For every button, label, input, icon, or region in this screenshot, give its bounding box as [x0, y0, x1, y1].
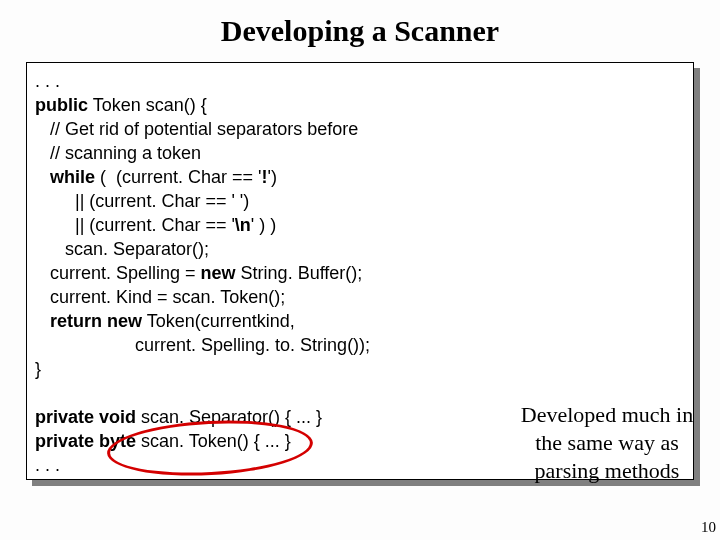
- code-line: current. Spelling. to. String());: [35, 335, 370, 355]
- code-text: || (current. Char == ': [35, 215, 235, 235]
- code-text: ' ) ): [251, 215, 276, 235]
- annotation-note: Developed much in the same way as parsin…: [507, 401, 707, 485]
- code-line: // scanning a token: [35, 143, 201, 163]
- kw-private-byte: private byte: [35, 431, 136, 451]
- code-text: ( (current. Char == ': [95, 167, 262, 187]
- code-line: . . .: [35, 71, 60, 91]
- code-text: String. Buffer();: [236, 263, 363, 283]
- code-line: // Get rid of potential separators befor…: [35, 119, 358, 139]
- code-box: . . . public Token scan() { // Get rid o…: [26, 62, 694, 480]
- code-line: . . .: [35, 455, 60, 475]
- kw-private-void: private void: [35, 407, 136, 427]
- code-text: scan. Separator() { ... }: [136, 407, 322, 427]
- lit-newline: \n: [235, 215, 251, 235]
- kw-return-new: return new: [35, 311, 142, 331]
- page-number: 10: [701, 519, 716, 536]
- code-line: }: [35, 359, 41, 379]
- code-line: || (current. Char == ' '): [35, 191, 249, 211]
- kw-new: new: [201, 263, 236, 283]
- code-text: Token scan() {: [88, 95, 207, 115]
- code-box-panel: . . . public Token scan() { // Get rid o…: [26, 62, 694, 480]
- code-text: '): [268, 167, 277, 187]
- kw-while: while: [35, 167, 95, 187]
- code-text: scan. Token() { ... }: [136, 431, 291, 451]
- kw-public: public: [35, 95, 88, 115]
- code-text: Token(currentkind,: [142, 311, 295, 331]
- code-text: current. Spelling =: [35, 263, 201, 283]
- slide-title: Developing a Scanner: [0, 14, 720, 48]
- code-line: current. Kind = scan. Token();: [35, 287, 285, 307]
- code-content: . . . public Token scan() { // Get rid o…: [35, 69, 370, 477]
- code-line: scan. Separator();: [35, 239, 209, 259]
